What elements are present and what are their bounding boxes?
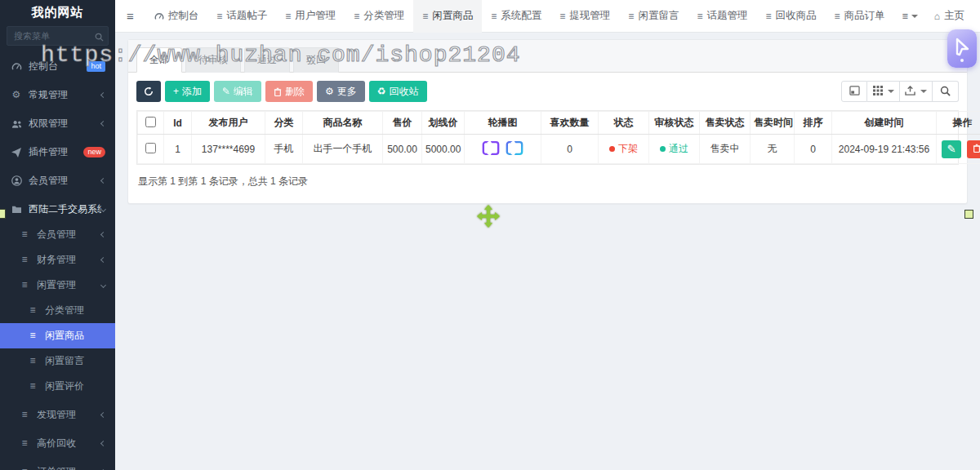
cell-carousel <box>465 135 541 164</box>
refresh-button[interactable] <box>136 81 161 102</box>
more-button[interactable]: ⚙更多 <box>317 81 365 102</box>
list-icon: ≡ <box>765 11 771 22</box>
broken-image-icon[interactable] <box>482 140 500 158</box>
col-audit: 审核状态 <box>649 112 700 135</box>
sidebar-search-input[interactable] <box>7 26 109 46</box>
delete-button[interactable]: 删除 <box>265 81 313 102</box>
nav-more-dropdown[interactable]: ≡ <box>893 0 925 33</box>
col-sort: 排序 <box>795 112 832 135</box>
sidebar-item-idle-mgmt[interactable]: ≡ 闲置管理 <box>0 273 115 298</box>
data-table: Id 发布用户 分类 商品名称 售价 划线价 轮播图 喜欢数量 状态 审核状态 … <box>136 110 959 165</box>
sidebar-item-general[interactable]: ⚙ 常规管理 <box>0 82 115 108</box>
new-badge: new <box>83 147 105 157</box>
sidebar-item-dashboard[interactable]: 控制台 hot <box>0 54 115 79</box>
nav-recycle-goods[interactable]: ≡回收商品 <box>756 0 825 33</box>
nav-idle-goods[interactable]: ≡闲置商品 <box>413 0 482 33</box>
status-badge: 下架 <box>609 143 638 154</box>
tab-passed[interactable]: 通过 <box>244 47 290 73</box>
trash-icon <box>973 143 980 155</box>
columns-button[interactable] <box>867 81 900 102</box>
tab-all[interactable]: 全部 <box>136 47 182 73</box>
recycle-bin-button[interactable]: ♻回收站 <box>369 81 427 102</box>
sidebar-item-order-mgmt[interactable]: ≡ 订单管理 <box>0 459 115 470</box>
nav-user-mgmt[interactable]: ≡用户管理 <box>276 0 345 33</box>
export-button[interactable] <box>900 81 933 102</box>
sidebar-item-member[interactable]: 会员管理 <box>0 168 115 193</box>
row-checkbox[interactable] <box>145 143 156 153</box>
hot-badge: hot <box>87 61 105 72</box>
chevron-down-icon <box>100 282 106 288</box>
tab-pending[interactable]: 待审核 <box>185 47 241 73</box>
selection-handle-right[interactable] <box>964 210 973 219</box>
panel-toggle-button[interactable] <box>841 81 867 102</box>
plus-icon: + <box>173 86 179 97</box>
row-select-cell <box>138 135 164 164</box>
sidebar-item-xilu-system[interactable]: 西陆二手交易系统 <box>0 197 115 222</box>
col-status: 状态 <box>599 112 649 135</box>
add-button[interactable]: +添加 <box>165 81 210 102</box>
caret-down-icon <box>888 90 894 93</box>
list-icon: ≡ <box>26 298 39 323</box>
list-icon: ≡ <box>422 11 428 22</box>
sidebar-item-discover[interactable]: ≡ 发现管理 <box>0 402 115 428</box>
panel-body: +添加 ✎编辑 删除 ⚙更多 ♻回收站 <box>128 73 967 203</box>
nav-topic-posts[interactable]: ≡话题帖子 <box>207 0 276 33</box>
sidebar-item-finance[interactable]: ≡ 财务管理 <box>0 247 115 273</box>
nav-idle-message[interactable]: ≡闲置留言 <box>619 0 688 33</box>
folder-icon <box>10 205 23 214</box>
recycle-icon: ♻ <box>377 86 386 97</box>
tab-rejected[interactable]: 驳回 <box>293 47 339 73</box>
col-created: 创建时间 <box>832 112 937 135</box>
selection-handle-left[interactable] <box>0 209 6 219</box>
list-icon: ≡ <box>834 11 840 22</box>
sidebar-item-auth[interactable]: 权限管理 <box>0 111 115 136</box>
table-row[interactable]: 1 137****4699 手机 出手一个手机 500.00 5000.00 0 <box>138 135 980 164</box>
site-logo[interactable]: 我的网站 <box>0 0 115 24</box>
col-publisher: 发布用户 <box>192 112 265 135</box>
nav-system-config[interactable]: ≡系统配置 <box>482 0 550 33</box>
search-toggle-button[interactable] <box>933 81 959 102</box>
pencil-icon: ✎ <box>947 143 956 155</box>
nav-dashboard[interactable]: 控制台 <box>145 0 208 33</box>
select-all-checkbox[interactable] <box>145 117 156 127</box>
chevron-left-icon <box>100 178 106 184</box>
export-icon <box>905 86 915 97</box>
sidebar-item-category-mgmt[interactable]: ≡ 分类管理 <box>0 298 115 323</box>
gear-icon: ⚙ <box>325 86 334 97</box>
menu-toggle-icon[interactable]: ≡ <box>115 9 145 23</box>
col-id: Id <box>164 112 192 135</box>
sidebar-item-idle-review[interactable]: ≡ 闲置评价 <box>0 374 115 399</box>
col-category: 分类 <box>265 112 303 135</box>
home-button[interactable]: ⌂主页 <box>926 0 973 33</box>
clear-cache-button[interactable]: 清除缓存 <box>973 0 980 33</box>
extension-cursor-badge[interactable] <box>947 29 977 68</box>
row-edit-button[interactable]: ✎ <box>942 140 961 158</box>
nav-category-mgmt[interactable]: ≡分类管理 <box>345 0 413 33</box>
sidebar-item-member-mgmt[interactable]: ≡ 会员管理 <box>0 222 115 247</box>
trash-icon <box>274 87 282 96</box>
nav-topic-mgmt[interactable]: ≡话题管理 <box>688 0 756 33</box>
list-icon: ≡ <box>491 11 497 22</box>
row-delete-button[interactable] <box>967 140 980 158</box>
list-icon: ≡ <box>18 247 31 273</box>
col-line-price: 划线价 <box>422 112 465 135</box>
col-sale-status: 售卖状态 <box>700 112 751 135</box>
list-icon: ≡ <box>26 348 39 374</box>
sidebar-menu: 控制台 hot ⚙ 常规管理 权限管理 插件管理 new 会员管理 <box>0 54 115 470</box>
sidebar-item-idle-goods[interactable]: ≡ 闲置商品 <box>0 323 115 348</box>
caret-down-icon <box>920 90 927 93</box>
cell-category: 手机 <box>265 135 303 164</box>
move-cursor-icon <box>479 207 497 225</box>
sidebar-item-addon[interactable]: 插件管理 new <box>0 140 115 165</box>
chevron-left-icon <box>100 92 106 98</box>
search-icon <box>940 86 951 98</box>
user-circle-icon <box>10 175 23 186</box>
nav-withdraw-mgmt[interactable]: ≡提现管理 <box>550 0 619 33</box>
sidebar-item-recycle-high[interactable]: ≡ 高价回收 <box>0 431 115 456</box>
toolbar: +添加 ✎编辑 删除 ⚙更多 ♻回收站 <box>136 81 959 102</box>
edit-button[interactable]: ✎编辑 <box>214 81 261 102</box>
col-likes: 喜欢数量 <box>541 112 599 135</box>
sidebar-item-idle-message[interactable]: ≡ 闲置留言 <box>0 348 115 374</box>
nav-goods-orders[interactable]: ≡商品订单 <box>825 0 893 33</box>
broken-image-icon[interactable] <box>506 140 523 158</box>
